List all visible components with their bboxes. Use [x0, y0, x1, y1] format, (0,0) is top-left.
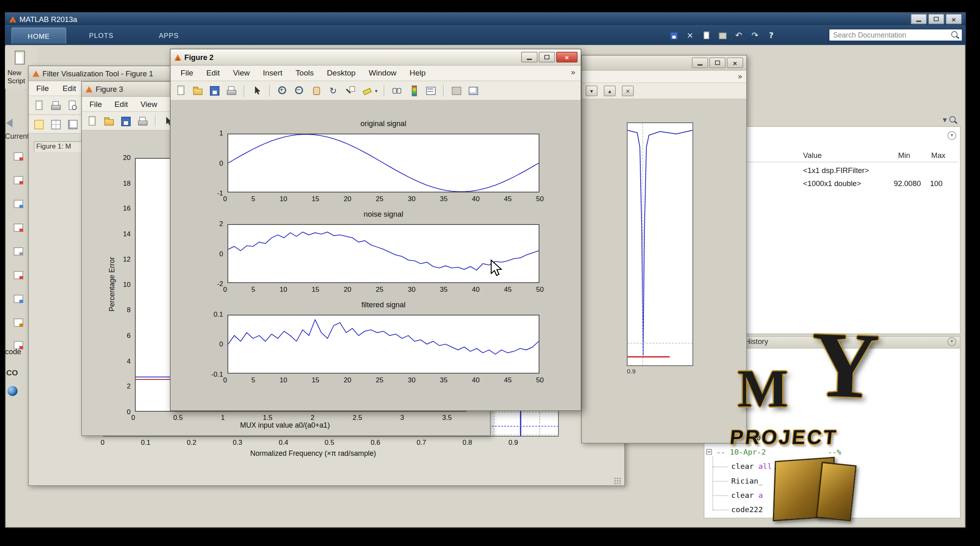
workspace-header-max[interactable]: Max — [931, 151, 946, 160]
brush-dropdown-icon[interactable]: ▾ — [375, 88, 377, 93]
redo-icon[interactable]: ↷ — [749, 29, 762, 41]
workspace-header-min[interactable]: Min — [898, 151, 910, 160]
file-icon[interactable] — [14, 247, 23, 255]
tab-plots[interactable]: PLOTS — [67, 27, 135, 43]
cut-icon[interactable]: × — [684, 29, 696, 41]
file-icon[interactable] — [14, 200, 23, 208]
copy-icon[interactable] — [700, 29, 713, 41]
brush-icon[interactable] — [361, 84, 373, 97]
help-icon[interactable]: ? — [765, 29, 777, 41]
figure1-tab[interactable]: Figure 1: M — [34, 141, 82, 152]
dock-down-icon[interactable]: ▾ — [586, 86, 597, 96]
new-figure-icon[interactable] — [86, 115, 98, 127]
history-session-line[interactable]: -- 10-Apr-2--% — [716, 448, 841, 456]
menu-item[interactable]: View — [233, 69, 249, 77]
maximize-button[interactable] — [928, 14, 944, 24]
search-icon[interactable] — [951, 31, 958, 38]
save-figure-icon[interactable] — [119, 115, 132, 127]
minimize-button[interactable] — [692, 58, 708, 68]
menu-item[interactable]: Help — [410, 69, 425, 77]
file-icon[interactable] — [14, 224, 23, 232]
tab-home[interactable]: HOME — [11, 27, 67, 44]
menu-item[interactable]: Tools — [296, 69, 314, 77]
save-icon[interactable] — [668, 29, 680, 41]
dropdown-icon[interactable]: ▾ — [943, 115, 947, 124]
history-entry[interactable]: clear all — [731, 462, 772, 471]
minimize-button[interactable] — [521, 52, 538, 62]
figure2-titlebar[interactable]: Figure 2 × — [171, 49, 581, 66]
maximize-button[interactable] — [709, 58, 726, 68]
zoom-in-icon[interactable] — [276, 84, 289, 97]
menu-item[interactable]: Edit — [62, 84, 76, 93]
new-icon[interactable] — [33, 99, 45, 112]
workspace-menu-icon[interactable]: ▾ — [947, 131, 956, 140]
file-icon[interactable] — [14, 176, 23, 184]
folder-item-co[interactable]: CO — [6, 368, 18, 377]
menu-overflow-icon[interactable]: » — [570, 67, 575, 77]
table-row[interactable]: <1000x1 double> — [803, 179, 861, 188]
menu-item[interactable]: Edit — [206, 69, 220, 77]
menu-item[interactable]: Window — [369, 69, 396, 77]
history-menu-icon[interactable]: ▾ — [947, 337, 956, 346]
link-plot-icon[interactable] — [391, 84, 403, 97]
edit-plot-icon[interactable] — [251, 84, 263, 97]
print-icon[interactable] — [136, 115, 149, 127]
history-entry[interactable]: code222 — [731, 505, 763, 514]
maximize-button[interactable] — [539, 52, 555, 62]
close-toolbar-icon[interactable]: × — [622, 86, 634, 96]
axes-tool-icon[interactable] — [66, 118, 79, 131]
history-entry[interactable]: clear a — [731, 491, 763, 499]
close-button[interactable]: × — [556, 52, 577, 62]
history-entry[interactable]: Rician_ — [731, 477, 763, 485]
minimize-button[interactable] — [911, 14, 927, 24]
file-icon[interactable] — [14, 295, 23, 303]
close-button[interactable]: × — [727, 58, 743, 68]
rightfig-window[interactable]: × » ▾ ▴ × 0.9 — [581, 55, 747, 444]
save-figure-icon[interactable] — [208, 84, 221, 97]
menu-item[interactable]: File — [36, 84, 49, 93]
search-icon[interactable] — [949, 116, 956, 122]
insert-colorbar-icon[interactable] — [408, 84, 420, 97]
open-file-icon[interactable] — [191, 84, 204, 97]
rightfig-titlebar[interactable]: × — [582, 55, 746, 71]
selected-tool-icon[interactable] — [33, 118, 45, 131]
folder-item-code[interactable]: code — [5, 347, 21, 356]
grid-tool-icon[interactable] — [49, 118, 62, 131]
insert-legend-icon[interactable] — [424, 84, 437, 97]
open-file-icon[interactable] — [102, 115, 115, 127]
tab-apps[interactable]: APPS — [138, 27, 200, 43]
tick-label: -0.1 — [211, 371, 223, 378]
menu-item[interactable]: View — [140, 100, 157, 108]
file-icon[interactable] — [14, 271, 23, 279]
file-icon[interactable] — [14, 152, 23, 160]
menu-item[interactable]: Insert — [263, 69, 283, 77]
hide-plot-tools-icon[interactable] — [450, 84, 463, 97]
figure2-window[interactable]: Figure 2 × FileEditViewInsertToolsDeskto… — [170, 49, 581, 411]
print-icon[interactable] — [225, 84, 238, 97]
rotate-3d-icon[interactable]: ↻ — [327, 84, 340, 97]
zoom-out-icon[interactable] — [293, 84, 306, 97]
file-icon[interactable] — [14, 319, 23, 327]
undo-icon[interactable]: ↶ — [733, 29, 745, 41]
close-button[interactable]: × — [946, 14, 962, 24]
print-icon[interactable] — [49, 99, 62, 112]
menu-item[interactable]: Desktop — [327, 69, 356, 77]
show-plot-tools-icon[interactable] — [467, 84, 479, 97]
menu-overflow-icon[interactable]: » — [737, 72, 742, 81]
print-preview-icon[interactable] — [66, 99, 79, 112]
menu-item[interactable]: File — [180, 69, 193, 77]
workspace-header-value[interactable]: Value — [803, 151, 822, 160]
resize-grip[interactable] — [614, 477, 621, 484]
paste-icon[interactable] — [716, 29, 729, 41]
menu-item[interactable]: Edit — [114, 100, 128, 108]
menu-item[interactable]: File — [89, 100, 102, 108]
pan-icon[interactable] — [310, 84, 323, 97]
expander-icon[interactable] — [706, 449, 712, 455]
table-row[interactable]: <1x1 dsp.FIRFilter> — [803, 166, 869, 175]
back-icon[interactable] — [6, 119, 12, 127]
search-input[interactable] — [829, 29, 963, 41]
history-entry[interactable]: 101 — [752, 433, 765, 442]
dock-up-icon[interactable]: ▴ — [604, 86, 616, 96]
new-figure-icon[interactable] — [174, 84, 187, 97]
data-cursor-icon[interactable] — [344, 84, 356, 97]
